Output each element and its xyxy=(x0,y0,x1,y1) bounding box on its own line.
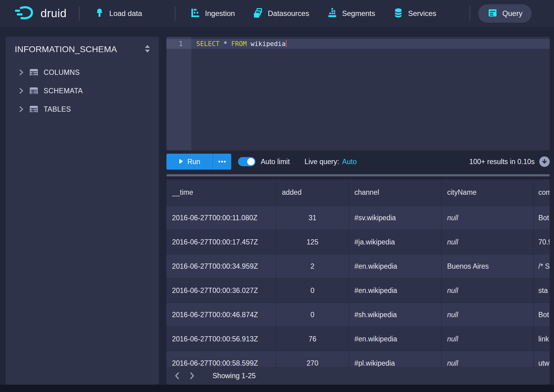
cell-comment[interactable]: Bot xyxy=(534,206,550,230)
nav-label: Ingestion xyxy=(205,9,235,18)
cell-time[interactable]: 2016-06-27T00:00:56.913Z xyxy=(166,327,276,351)
nav-item-load-data[interactable]: Load data xyxy=(94,8,142,19)
ellipsis-icon xyxy=(218,160,226,163)
sql-text[interactable]: SELECT * FROM wikipedia xyxy=(191,39,550,49)
cell-added[interactable]: 76 xyxy=(276,327,349,351)
pagination-bar: Showing 1-25 xyxy=(166,367,550,385)
cell-cityname[interactable]: null xyxy=(442,230,534,254)
nav-item-services[interactable]: Services xyxy=(393,8,436,19)
schema-sidebar: INFORMATION_SCHEMA xyxy=(6,37,159,385)
cell-cityname[interactable]: null xyxy=(442,303,534,327)
tree-item-label: COLUMNS xyxy=(44,68,80,77)
run-more-options-button[interactable] xyxy=(213,154,231,170)
druid-logo-icon xyxy=(14,5,36,22)
table-icon xyxy=(29,104,39,114)
editor-gutter xyxy=(166,37,191,150)
schema-title: INFORMATION_SCHEMA xyxy=(15,44,117,54)
cell-channel[interactable]: #en.wikipedia xyxy=(349,327,442,351)
cell-cityname[interactable]: null xyxy=(442,327,534,351)
cell-comment[interactable]: sta xyxy=(534,279,550,302)
upload-icon xyxy=(94,8,105,19)
results-table: __time added channel cityName comment 20… xyxy=(166,179,550,385)
cell-cityname[interactable]: Buenos Aires xyxy=(442,254,534,278)
nav-item-ingestion[interactable]: Ingestion xyxy=(190,8,235,19)
table-row: 2016-06-27T00:00:17.457Z 125 #ja.wikiped… xyxy=(166,230,550,254)
cell-channel[interactable]: #sv.wikipedia xyxy=(349,206,442,230)
cell-comment[interactable]: link xyxy=(534,327,550,351)
cell-time[interactable]: 2016-06-27T00:00:11.080Z xyxy=(166,206,276,230)
table-row: 2016-06-27T00:00:34.959Z 2 #en.wikipedia… xyxy=(166,254,550,278)
sql-editor[interactable]: 1 SELECT * FROM wikipedia xyxy=(166,37,550,150)
navbar-divider xyxy=(79,6,80,21)
cell-cityname[interactable]: null xyxy=(442,279,534,302)
cell-added[interactable]: 125 xyxy=(276,230,349,254)
cell-added[interactable]: 0 xyxy=(276,279,349,302)
table-icon xyxy=(29,86,39,96)
play-icon xyxy=(179,159,184,165)
bottom-strip xyxy=(0,385,554,392)
table-row: 2016-06-27T00:00:46.874Z 0 #sh.wikipedia… xyxy=(166,302,550,327)
nav-item-query-active[interactable]: Query xyxy=(478,4,532,23)
cell-comment[interactable]: 70.9 xyxy=(534,230,550,254)
chevron-right-icon[interactable] xyxy=(18,106,25,113)
app-background: druid Load data xyxy=(0,0,554,392)
download-arrow-icon xyxy=(541,159,548,165)
toggle-knob xyxy=(247,158,255,165)
column-header-time[interactable]: __time xyxy=(166,179,276,206)
column-header-added[interactable]: added xyxy=(276,179,349,206)
tree-item-schemata[interactable]: SCHEMATA xyxy=(6,82,159,100)
cell-time[interactable]: 2016-06-27T00:00:36.027Z xyxy=(166,279,276,302)
download-button[interactable] xyxy=(539,156,550,167)
chevron-left-icon xyxy=(174,372,181,380)
previous-page-button[interactable] xyxy=(172,371,182,381)
cell-channel[interactable]: #en.wikipedia xyxy=(349,254,442,278)
cell-channel[interactable]: #en.wikipedia xyxy=(349,279,442,302)
tree-item-tables[interactable]: TABLES xyxy=(6,100,159,118)
nav-item-datasources[interactable]: Datasources xyxy=(253,8,309,19)
cell-cityname[interactable]: null xyxy=(442,206,534,230)
double-caret-vertical-icon[interactable] xyxy=(143,44,151,55)
nav-item-segments[interactable]: Segments xyxy=(327,8,375,19)
code-line-1[interactable]: 1 SELECT * FROM wikipedia xyxy=(166,39,550,49)
text-cursor xyxy=(286,40,287,47)
cell-added[interactable]: 0 xyxy=(276,303,349,327)
bar-chart-icon xyxy=(327,8,337,19)
stacked-panels-icon xyxy=(253,8,263,19)
cell-comment[interactable]: /* S xyxy=(534,254,550,278)
horizontal-scrollbar[interactable] xyxy=(166,174,550,176)
tree-item-columns[interactable]: COLUMNS xyxy=(6,63,159,82)
run-button[interactable]: Run xyxy=(166,154,213,170)
druid-logo[interactable]: druid xyxy=(14,5,67,22)
cell-added[interactable]: 31 xyxy=(276,206,349,230)
chevron-right-icon[interactable] xyxy=(18,69,25,76)
sql-keyword: SELECT xyxy=(196,40,220,48)
navbar-divider xyxy=(175,6,175,21)
cell-time[interactable]: 2016-06-27T00:00:17.457Z xyxy=(166,230,276,254)
live-query-value[interactable]: Auto xyxy=(342,158,357,166)
gantt-chart-icon xyxy=(190,8,201,19)
cell-time[interactable]: 2016-06-27T00:00:34.959Z xyxy=(166,254,276,278)
cell-comment[interactable]: Bot xyxy=(534,303,550,327)
auto-limit-label: Auto limit xyxy=(261,158,290,166)
column-header-comment[interactable]: comment xyxy=(534,179,550,206)
druid-brand-text: druid xyxy=(41,7,67,20)
navbar-divider xyxy=(470,6,470,21)
column-header-channel[interactable]: channel xyxy=(349,179,442,206)
column-header-cityname[interactable]: cityName xyxy=(442,179,534,206)
query-toolbar: Run Auto limit Live query: Auto 100+ res… xyxy=(166,154,550,170)
nav-label: Datasources xyxy=(268,9,309,18)
chevron-right-icon xyxy=(189,372,195,380)
cell-channel[interactable]: #sh.wikipedia xyxy=(349,303,442,327)
top-navbar: druid Load data xyxy=(0,0,554,27)
cell-added[interactable]: 2 xyxy=(276,254,349,278)
live-query-label: Live query: xyxy=(305,158,339,166)
database-icon xyxy=(393,8,404,19)
chevron-right-icon[interactable] xyxy=(18,87,25,94)
next-page-button[interactable] xyxy=(187,371,197,381)
nav-label: Services xyxy=(408,9,436,18)
auto-limit-toggle[interactable] xyxy=(238,157,256,166)
cell-channel[interactable]: #ja.wikipedia xyxy=(349,230,442,254)
cell-time[interactable]: 2016-06-27T00:00:46.874Z xyxy=(166,303,276,327)
nav-label: Query xyxy=(502,9,522,18)
tree-item-label: SCHEMATA xyxy=(44,87,83,95)
